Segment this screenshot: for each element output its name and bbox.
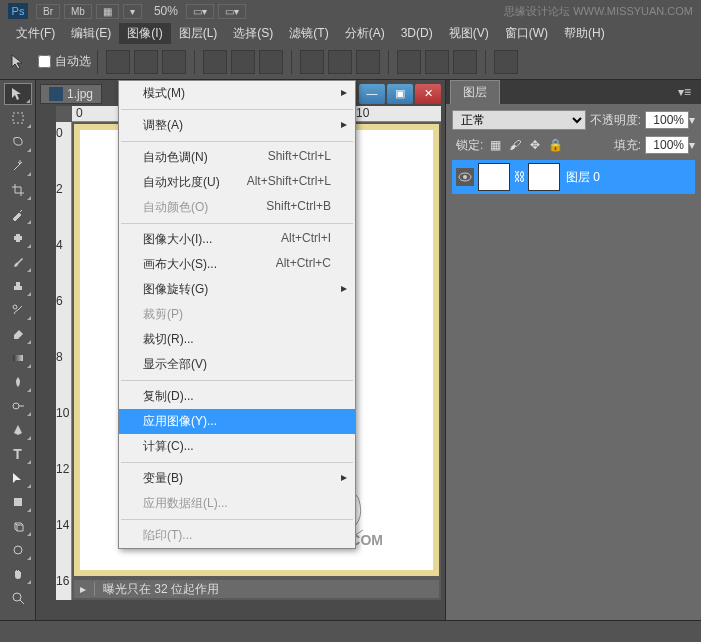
menu-auto-contrast[interactable]: 自动对比度(U)Alt+Shift+Ctrl+L (119, 170, 355, 195)
mini-bridge-button[interactable]: Mb (64, 4, 92, 19)
menu-select[interactable]: 选择(S) (225, 23, 281, 44)
hand-tool[interactable] (4, 563, 32, 585)
dist-btn-6[interactable] (453, 50, 477, 74)
menu-auto-tone[interactable]: 自动色调(N)Shift+Ctrl+L (119, 145, 355, 170)
stamp-tool[interactable] (4, 275, 32, 297)
svg-point-5 (13, 403, 19, 409)
svg-point-8 (13, 593, 21, 601)
dodge-tool[interactable] (4, 395, 32, 417)
align-btn-5[interactable] (231, 50, 255, 74)
dist-btn-3[interactable] (356, 50, 380, 74)
menu-help[interactable]: 帮助(H) (556, 23, 613, 44)
layers-tab[interactable]: 图层 (450, 80, 500, 105)
doc-tab-name: 1.jpg (67, 87, 93, 101)
menu-trap[interactable]: 陷印(T)... (119, 523, 355, 548)
blend-mode-select[interactable]: 正常 (452, 110, 586, 130)
layer-list: ⛓ 图层 0 (452, 160, 695, 194)
dist-btn-2[interactable] (328, 50, 352, 74)
align-btn-6[interactable] (259, 50, 283, 74)
eyedropper-tool[interactable] (4, 203, 32, 225)
menu-image[interactable]: 图像(I) (119, 23, 170, 44)
menu-crop[interactable]: 裁剪(P) (119, 302, 355, 327)
ruler-vertical[interactable]: 0246810121416 (56, 122, 72, 600)
bridge-button[interactable]: Br (36, 4, 60, 19)
lock-transparency-icon[interactable]: ▦ (487, 137, 503, 153)
menu-3d[interactable]: 3D(D) (393, 24, 441, 42)
align-btn-3[interactable] (162, 50, 186, 74)
menu-filter[interactable]: 滤镜(T) (281, 23, 336, 44)
menu-canvas-size[interactable]: 画布大小(S)...Alt+Ctrl+C (119, 252, 355, 277)
close-button[interactable]: ✕ (415, 84, 441, 104)
lock-pixels-icon[interactable]: 🖌 (507, 137, 523, 153)
blur-tool[interactable] (4, 371, 32, 393)
auto-align-btn[interactable] (494, 50, 518, 74)
canvas-area: 1.jpg — ▣ ✕ 0246810 0246810121416 (36, 80, 445, 620)
marquee-tool[interactable] (4, 107, 32, 129)
zoom-level[interactable]: 50% (154, 4, 178, 18)
menu-layer[interactable]: 图层(L) (171, 23, 226, 44)
menu-file[interactable]: 文件(F) (8, 23, 63, 44)
status-arrow-icon[interactable]: ▸ (80, 582, 86, 596)
layer-row[interactable]: ⛓ 图层 0 (452, 160, 695, 194)
wand-tool[interactable] (4, 155, 32, 177)
screen-mode-button[interactable]: ▭▾ (186, 4, 214, 19)
menu-analysis[interactable]: 分析(A) (337, 23, 393, 44)
document-tab[interactable]: 1.jpg (40, 84, 102, 104)
menu-variables[interactable]: 变量(B)▸ (119, 466, 355, 491)
crop-tool[interactable] (4, 179, 32, 201)
menu-image-size[interactable]: 图像大小(I)...Alt+Ctrl+I (119, 227, 355, 252)
arrange-button[interactable]: ▾ (123, 4, 142, 19)
menu-mode[interactable]: 模式(M)▸ (119, 81, 355, 106)
align-btn-4[interactable] (203, 50, 227, 74)
panel-menu-icon[interactable]: ▾≡ (672, 83, 697, 101)
lock-label: 锁定: (456, 137, 483, 154)
3d-tool[interactable] (4, 515, 32, 537)
auto-select-checkbox[interactable] (38, 55, 51, 68)
move-tool[interactable] (4, 83, 32, 105)
menu-image-rotation[interactable]: 图像旋转(G)▸ (119, 277, 355, 302)
opacity-dropdown-icon[interactable]: ▾ (689, 113, 695, 127)
workspace-button[interactable]: ▭▾ (218, 4, 246, 19)
menu-duplicate[interactable]: 复制(D)... (119, 384, 355, 409)
dist-btn-4[interactable] (397, 50, 421, 74)
menu-auto-color[interactable]: 自动颜色(O)Shift+Ctrl+B (119, 195, 355, 220)
brush-tool[interactable] (4, 251, 32, 273)
align-btn-2[interactable] (134, 50, 158, 74)
menu-calculations[interactable]: 计算(C)... (119, 434, 355, 459)
menu-adjustments[interactable]: 调整(A)▸ (119, 113, 355, 138)
eraser-tool[interactable] (4, 323, 32, 345)
dist-btn-1[interactable] (300, 50, 324, 74)
path-tool[interactable] (4, 467, 32, 489)
lock-position-icon[interactable]: ✥ (527, 137, 543, 153)
dist-btn-5[interactable] (425, 50, 449, 74)
lasso-tool[interactable] (4, 131, 32, 153)
heal-tool[interactable] (4, 227, 32, 249)
layer-name[interactable]: 图层 0 (566, 169, 691, 186)
pen-tool[interactable] (4, 419, 32, 441)
lock-all-icon[interactable]: 🔒 (547, 137, 563, 153)
fill-value[interactable]: 100% (645, 136, 689, 154)
history-brush-tool[interactable] (4, 299, 32, 321)
maximize-button[interactable]: ▣ (387, 84, 413, 104)
menu-apply-data-set[interactable]: 应用数据组(L)... (119, 491, 355, 516)
visibility-toggle[interactable] (456, 168, 474, 186)
mask-link-icon[interactable]: ⛓ (514, 170, 526, 184)
menu-trim[interactable]: 裁切(R)... (119, 327, 355, 352)
mask-thumbnail[interactable] (528, 163, 560, 191)
align-btn-1[interactable] (106, 50, 130, 74)
gradient-tool[interactable] (4, 347, 32, 369)
3d-camera-tool[interactable] (4, 539, 32, 561)
view-extras-button[interactable]: ▦ (96, 4, 119, 19)
opacity-value[interactable]: 100% (645, 111, 689, 129)
menu-edit[interactable]: 编辑(E) (63, 23, 119, 44)
menu-window[interactable]: 窗口(W) (497, 23, 556, 44)
zoom-tool[interactable] (4, 587, 32, 609)
menu-view[interactable]: 视图(V) (441, 23, 497, 44)
fill-dropdown-icon[interactable]: ▾ (689, 138, 695, 152)
layer-thumbnail[interactable] (478, 163, 510, 191)
minimize-button[interactable]: — (359, 84, 385, 104)
shape-tool[interactable] (4, 491, 32, 513)
type-tool[interactable]: T (4, 443, 32, 465)
menu-apply-image[interactable]: 应用图像(Y)... (119, 409, 355, 434)
menu-reveal-all[interactable]: 显示全部(V) (119, 352, 355, 377)
